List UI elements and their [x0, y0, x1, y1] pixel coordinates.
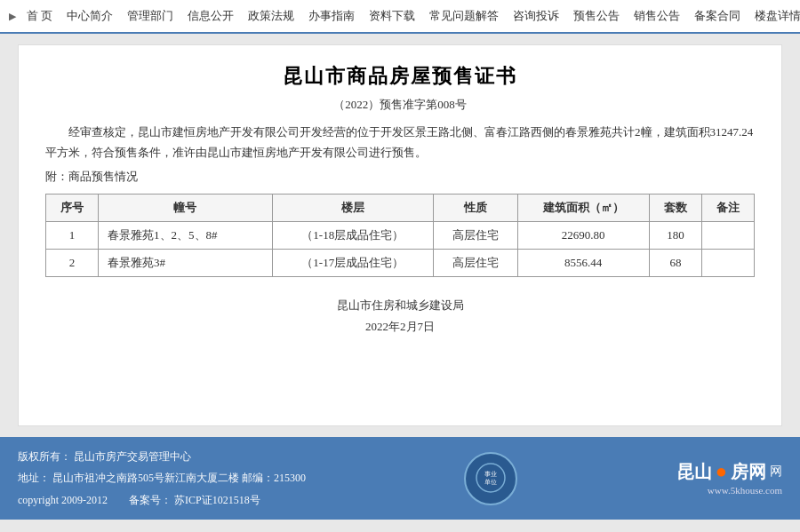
footer-logo-area: 昆山 ● 房网 网 www.5khouse.com: [676, 460, 782, 497]
cell-nature-1: 高层住宅: [433, 221, 517, 249]
col-header-seq: 序号: [46, 194, 99, 221]
copyright-year: copyright 2009-2012: [18, 494, 108, 506]
address-label: 地址：: [18, 472, 50, 484]
bottom-footer: 版权所有： 昆山市房产交易管理中心 地址： 昆山市祖冲之南路505号新江南大厦二…: [0, 437, 800, 520]
footer-badge-area: 事业 单位: [464, 452, 517, 505]
nav-item-presale[interactable]: 预售公告: [566, 0, 627, 33]
cell-building-2: 春景雅苑3#: [99, 249, 273, 276]
cell-seq-1: 1: [46, 221, 99, 249]
cell-floor-1: （1-18层成品住宅）: [272, 221, 433, 249]
logo-kunshan: 昆山: [676, 460, 712, 484]
cell-note-1: [701, 221, 754, 249]
nav-item-intro[interactable]: 中心简介: [60, 0, 120, 33]
table-row: 2 春景雅苑3# （1-17层成品住宅） 高层住宅 8556.44 68: [46, 249, 755, 276]
logo-dot: ●: [716, 460, 727, 483]
copyright-org: 昆山市房产交易管理中心: [74, 450, 191, 463]
nav-item-dept[interactable]: 管理部门: [120, 0, 180, 33]
cell-area-2: 8556.44: [517, 249, 649, 276]
cell-floor-2: （1-17层成品住宅）: [272, 249, 433, 276]
nav-item-sale[interactable]: 销售公告: [627, 0, 687, 33]
col-header-nature: 性质: [433, 194, 517, 221]
nav-item-home[interactable]: 首 页: [20, 0, 60, 33]
main-content: 昆山市商品房屋预售证书 （2022）预售准字第008号 经审查核定，昆山市建恒房…: [18, 44, 782, 426]
svg-text:事业: 事业: [484, 471, 497, 478]
svg-point-0: [476, 464, 505, 492]
nav-item-download[interactable]: 资料下载: [362, 0, 422, 33]
document-attachment: 附：商品预售情况: [45, 169, 755, 185]
nav-item-consult[interactable]: 咨询投诉: [506, 0, 566, 33]
url-text: www.5khouse.com: [708, 485, 782, 496]
document-body: 经审查核定，昆山市建恒房地产开发有限公司开发经营的位于开发区景王路北侧、富春江路…: [45, 122, 755, 163]
badge-icon: 事业 单位: [475, 462, 507, 496]
issuer-org: 昆山市住房和城乡建设局: [45, 295, 755, 317]
nav-item-policy[interactable]: 政策法规: [241, 0, 301, 33]
cell-building-1: 春景雅苑1、2、5、8#: [99, 221, 273, 249]
issuer-date: 2022年2月7日: [45, 316, 755, 338]
nav-item-faq[interactable]: 常见问题解答: [422, 0, 506, 33]
data-table: 序号 幢号 楼层 性质 建筑面积（㎡） 套数 备注 1 春景雅苑1、2、5、8#…: [45, 194, 755, 277]
cell-units-2: 68: [649, 249, 701, 276]
record-value: 苏ICP证1021518号: [174, 494, 260, 506]
nav-bar: ▶ 首 页 中心简介 管理部门 信息公开 政策法规 办事指南 资料下载 常见问题…: [0, 0, 800, 34]
col-header-building: 幢号: [99, 194, 273, 221]
nav-arrow-icon: ▶: [9, 11, 16, 22]
nav-item-guide[interactable]: 办事指南: [301, 0, 362, 33]
record-label: 备案号：: [129, 494, 172, 506]
svg-text:单位: 单位: [484, 479, 497, 486]
document-title: 昆山市商品房屋预售证书: [45, 63, 755, 90]
col-header-note: 备注: [701, 194, 754, 221]
table-row: 1 春景雅苑1、2、5、8# （1-18层成品住宅） 高层住宅 22690.80…: [46, 221, 755, 249]
cell-units-1: 180: [649, 221, 701, 249]
nav-item-building[interactable]: 楼盘详情: [748, 0, 800, 33]
document-subtitle: （2022）预售准字第008号: [45, 97, 755, 113]
col-header-area: 建筑面积（㎡）: [517, 194, 649, 221]
col-header-floor: 楼层: [272, 194, 433, 221]
nav-item-info[interactable]: 信息公开: [180, 0, 241, 33]
footer-info: 版权所有： 昆山市房产交易管理中心 地址： 昆山市祖冲之南路505号新江南大厦二…: [18, 448, 306, 509]
col-header-units: 套数: [649, 194, 701, 221]
footer-logo: 昆山 ● 房网 网: [676, 460, 782, 484]
cell-area-1: 22690.80: [517, 221, 649, 249]
address-value: 昆山市祖冲之南路505号新江南大厦二楼 邮编：215300: [52, 472, 306, 484]
footer-url: www.5khouse.com: [708, 484, 782, 497]
footer-badge: 事业 单位: [464, 452, 517, 505]
footer-copyright: 版权所有： 昆山市房产交易管理中心: [18, 448, 306, 465]
footer-record: copyright 2009-2012 备案号： 苏ICP证1021518号: [18, 491, 306, 509]
footer-address: 地址： 昆山市祖冲之南路505号新江南大厦二楼 邮编：215300: [18, 469, 306, 487]
logo-house-text: 房网: [731, 460, 766, 484]
cell-seq-2: 2: [46, 249, 99, 276]
document-footer: 昆山市住房和城乡建设局 2022年2月7日: [45, 295, 755, 338]
copyright-label: 版权所有：: [18, 450, 71, 463]
cell-note-2: [701, 249, 754, 276]
logo-fang: 网: [770, 464, 782, 480]
nav-item-record[interactable]: 备案合同: [687, 0, 748, 33]
cell-nature-2: 高层住宅: [433, 249, 517, 276]
